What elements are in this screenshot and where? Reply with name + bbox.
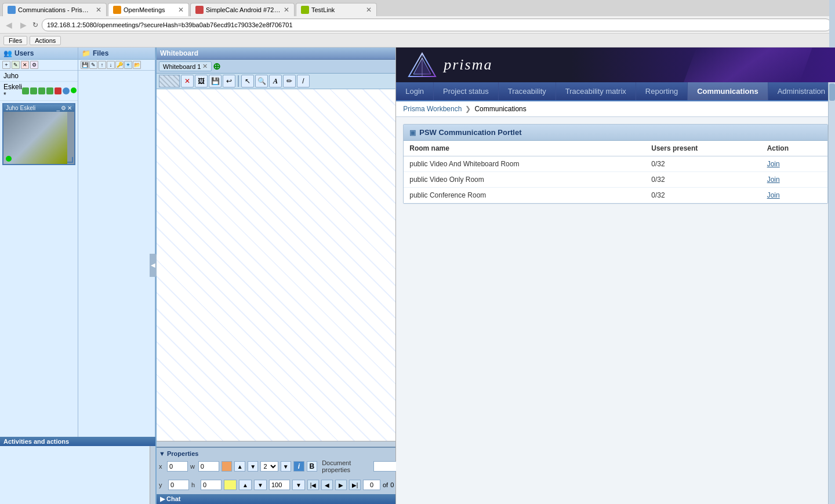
back-button[interactable]: ◀ bbox=[3, 19, 14, 31]
address-input[interactable] bbox=[42, 19, 832, 31]
w-label: w bbox=[190, 463, 196, 470]
add-user-icon[interactable]: + bbox=[2, 61, 10, 69]
files-content bbox=[78, 71, 155, 437]
nav-item-project-status[interactable]: Project status bbox=[434, 82, 499, 100]
tab-close-2[interactable]: ✕ bbox=[178, 6, 184, 14]
tab-close-4[interactable]: ✕ bbox=[366, 6, 372, 14]
tab-close-1[interactable]: ✕ bbox=[96, 6, 101, 14]
save-tool-icon[interactable]: 💾 bbox=[209, 75, 222, 87]
chat-bar[interactable]: ▶ Chat bbox=[157, 494, 395, 504]
image-tool-icon[interactable]: 🖼 bbox=[195, 75, 208, 87]
h-input[interactable] bbox=[201, 480, 222, 490]
check-icon-3 bbox=[38, 87, 45, 94]
collapse-handle[interactable]: ◀ bbox=[150, 254, 157, 277]
openmeetings-panel: 👥 Users + ✎ ✕ ⚙ Juho Eskeli * bbox=[0, 48, 157, 504]
h-label: h bbox=[191, 481, 198, 488]
join-link-1[interactable]: Join bbox=[767, 160, 780, 168]
whiteboard-scrollbar-h[interactable] bbox=[157, 441, 395, 447]
tab-favicon-1 bbox=[8, 6, 16, 14]
files-button[interactable]: Files bbox=[3, 36, 27, 45]
scrollbar-thumb[interactable] bbox=[829, 83, 835, 101]
pen-tool-icon[interactable]: ✏ bbox=[283, 75, 296, 87]
nav-item-administration[interactable]: Administration bbox=[768, 82, 835, 100]
edit-file-icon[interactable]: ✎ bbox=[89, 61, 97, 69]
forward-button[interactable]: ▶ bbox=[18, 19, 29, 31]
tab-favicon-3 bbox=[195, 6, 204, 14]
nav-last-icon[interactable]: ▶| bbox=[349, 480, 361, 490]
nav-item-communications[interactable]: Communications bbox=[688, 82, 768, 100]
settings-video-icon[interactable]: ⚙ bbox=[61, 105, 66, 111]
arrow-up-icon[interactable]: ▲ bbox=[234, 461, 245, 472]
opacity-down-icon[interactable]: ▼ bbox=[292, 480, 305, 490]
wb-add-tab-icon[interactable]: ⊕ bbox=[213, 61, 220, 72]
new-folder-icon[interactable]: 📂 bbox=[133, 61, 141, 69]
arrow-down-2-icon[interactable]: ▼ bbox=[254, 480, 267, 490]
col-users-present: Users present bbox=[645, 141, 761, 156]
opacity-input[interactable] bbox=[269, 480, 290, 490]
color-picker-orange[interactable] bbox=[222, 461, 233, 472]
add-file-icon[interactable]: + bbox=[124, 61, 132, 69]
video-user-label: Juho Eskeli bbox=[6, 105, 35, 111]
line-tool-icon[interactable]: / bbox=[297, 75, 310, 87]
delete-tool-icon[interactable]: ✕ bbox=[181, 75, 194, 87]
browser-frame: Communications - Prisma Work… ✕ OpenMeet… bbox=[0, 0, 835, 48]
table-row: public Video Only Room 0/32 Join bbox=[404, 172, 827, 188]
table-row: public Conference Room 0/32 Join bbox=[404, 188, 827, 203]
color-picker-yellow[interactable] bbox=[224, 480, 237, 490]
col-room-name: Room name bbox=[404, 141, 645, 156]
activity-scrollbar[interactable] bbox=[150, 446, 155, 504]
text-tool-icon[interactable]: A bbox=[269, 75, 282, 87]
nav-item-traceability[interactable]: Traceability bbox=[499, 82, 556, 100]
tab-title-3: SimpleCalc Android #72 [Jenk… bbox=[206, 6, 281, 13]
arrow-down-icon[interactable]: ▼ bbox=[248, 461, 259, 472]
breadcrumb-home-link[interactable]: Prisma Workbench bbox=[403, 105, 462, 113]
tab-simplecalc[interactable]: SimpleCalc Android #72 [Jenk… ✕ bbox=[190, 3, 295, 16]
upload-icon[interactable]: ↑ bbox=[98, 61, 106, 69]
page-input[interactable] bbox=[363, 480, 380, 490]
key-icon[interactable]: 🔑 bbox=[115, 61, 124, 69]
whiteboard-canvas[interactable]: ◀ bbox=[157, 89, 395, 441]
properties-header[interactable]: ▼ Properties bbox=[159, 450, 393, 457]
tab-testlink[interactable]: TestLink ✕ bbox=[296, 3, 377, 16]
tab-favicon-4 bbox=[301, 6, 309, 14]
actions-button[interactable]: Actions bbox=[30, 36, 61, 45]
join-link-3[interactable]: Join bbox=[767, 191, 780, 199]
edit-user-icon[interactable]: ✎ bbox=[12, 61, 20, 69]
font-size-select[interactable]: 234 bbox=[260, 461, 278, 472]
right-scrollbar[interactable] bbox=[828, 82, 835, 504]
font-size-down-icon[interactable]: ▼ bbox=[281, 461, 292, 472]
save-file-icon[interactable]: 💾 bbox=[81, 61, 89, 69]
tab-communications[interactable]: Communications - Prisma Work… ✕ bbox=[2, 3, 107, 16]
nav-item-reporting[interactable]: Reporting bbox=[636, 82, 688, 100]
psw-portlet: ▣ PSW Communication Portlet Room name Us… bbox=[403, 124, 828, 204]
delete-user-icon[interactable]: ✕ bbox=[21, 61, 29, 69]
nav-item-traceability-matrix[interactable]: Traceability matrix bbox=[556, 82, 636, 100]
close-video-icon[interactable]: ✕ bbox=[67, 105, 72, 111]
zoom-tool-icon[interactable]: 🔍 bbox=[255, 75, 268, 87]
nav-item-login[interactable]: Login bbox=[396, 82, 434, 100]
wb-tab-close-icon[interactable]: ✕ bbox=[202, 63, 208, 70]
w-input[interactable] bbox=[198, 461, 219, 472]
resize-handle[interactable] bbox=[67, 157, 73, 163]
italic-button[interactable]: i bbox=[293, 461, 304, 472]
refresh-button[interactable]: ↻ bbox=[32, 21, 38, 29]
tab-openmeetings[interactable]: OpenMeetings ✕ bbox=[108, 3, 189, 16]
nav-first-icon[interactable]: |◀ bbox=[307, 480, 319, 490]
tab-bar: Communications - Prisma Work… ✕ OpenMeet… bbox=[0, 0, 835, 16]
tab-close-3[interactable]: ✕ bbox=[284, 6, 289, 14]
y-input[interactable] bbox=[168, 480, 189, 490]
tab-title-1: Communications - Prisma Work… bbox=[18, 6, 93, 13]
whiteboard-tab-1[interactable]: Whiteboard 1 ✕ bbox=[159, 61, 212, 71]
nav-prev-icon[interactable]: ◀ bbox=[321, 480, 333, 490]
join-link-2[interactable]: Join bbox=[767, 176, 780, 184]
minimize-icon[interactable]: _ bbox=[56, 105, 60, 111]
nav-next-icon[interactable]: ▶ bbox=[335, 480, 347, 490]
settings-user-icon[interactable]: ⚙ bbox=[30, 61, 38, 69]
download-icon[interactable]: ↓ bbox=[107, 61, 115, 69]
x-input[interactable] bbox=[167, 461, 188, 472]
bold-button[interactable]: B bbox=[307, 461, 318, 472]
breadcrumb-current: Communications bbox=[474, 105, 526, 113]
cursor-tool-icon[interactable]: ↖ bbox=[241, 75, 254, 87]
arrow-up-2-icon[interactable]: ▲ bbox=[239, 480, 252, 490]
undo-tool-icon[interactable]: ↩ bbox=[223, 75, 235, 87]
